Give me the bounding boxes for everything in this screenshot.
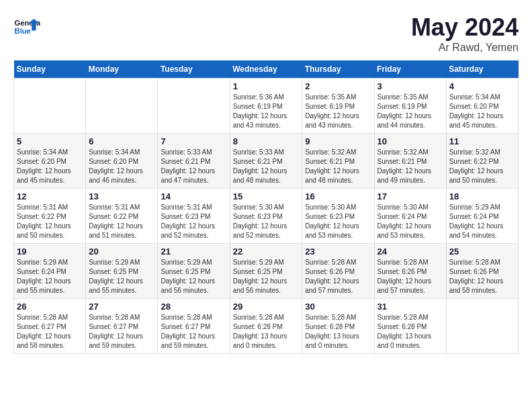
day-number: 26	[17, 302, 83, 312]
calendar-cell: 5Sunrise: 5:34 AM Sunset: 6:20 PM Daylig…	[14, 134, 86, 189]
calendar-cell: 27Sunrise: 5:28 AM Sunset: 6:27 PM Dayli…	[86, 299, 158, 354]
day-number: 10	[378, 136, 443, 146]
calendar-cell: 19Sunrise: 5:29 AM Sunset: 6:24 PM Dayli…	[14, 244, 86, 299]
day-number: 5	[17, 136, 83, 146]
calendar-cell: 11Sunrise: 5:32 AM Sunset: 6:22 PM Dayli…	[446, 134, 518, 189]
week-row-2: 12Sunrise: 5:31 AM Sunset: 6:22 PM Dayli…	[14, 189, 519, 244]
day-info: Sunrise: 5:28 AM Sunset: 6:26 PM Dayligh…	[449, 258, 515, 295]
calendar-cell: 26Sunrise: 5:28 AM Sunset: 6:27 PM Dayli…	[14, 299, 86, 354]
day-number: 27	[89, 302, 154, 312]
day-info: Sunrise: 5:29 AM Sunset: 6:25 PM Dayligh…	[161, 258, 226, 295]
week-row-1: 5Sunrise: 5:34 AM Sunset: 6:20 PM Daylig…	[14, 134, 519, 189]
day-info: Sunrise: 5:33 AM Sunset: 6:21 PM Dayligh…	[161, 148, 226, 185]
month-title: May 2024	[411, 13, 519, 42]
calendar-cell: 7Sunrise: 5:33 AM Sunset: 6:21 PM Daylig…	[158, 134, 230, 189]
day-info: Sunrise: 5:31 AM Sunset: 6:22 PM Dayligh…	[17, 203, 83, 240]
header-saturday: Saturday	[446, 60, 518, 79]
day-info: Sunrise: 5:32 AM Sunset: 6:22 PM Dayligh…	[449, 148, 515, 185]
calendar-cell: 30Sunrise: 5:28 AM Sunset: 6:28 PM Dayli…	[302, 299, 374, 354]
svg-text:Blue: Blue	[15, 27, 31, 35]
calendar-cell	[158, 79, 230, 134]
day-number: 17	[378, 191, 443, 201]
calendar-cell: 24Sunrise: 5:28 AM Sunset: 6:26 PM Dayli…	[374, 244, 446, 299]
calendar-cell: 6Sunrise: 5:34 AM Sunset: 6:20 PM Daylig…	[86, 134, 158, 189]
day-number: 30	[305, 302, 371, 312]
day-number: 25	[449, 246, 515, 257]
calendar-cell: 10Sunrise: 5:32 AM Sunset: 6:21 PM Dayli…	[374, 134, 446, 189]
header-sunday: Sunday	[14, 60, 86, 79]
header-wednesday: Wednesday	[230, 60, 302, 79]
day-number: 2	[305, 81, 371, 91]
day-number: 3	[378, 81, 443, 91]
day-info: Sunrise: 5:32 AM Sunset: 6:21 PM Dayligh…	[378, 148, 443, 185]
day-info: Sunrise: 5:29 AM Sunset: 6:25 PM Dayligh…	[233, 258, 300, 295]
day-number: 24	[378, 246, 443, 257]
day-number: 31	[378, 302, 443, 312]
day-number: 18	[449, 191, 515, 201]
day-number: 15	[233, 191, 300, 201]
day-number: 7	[161, 136, 226, 146]
day-number: 14	[161, 191, 226, 201]
calendar-cell: 18Sunrise: 5:29 AM Sunset: 6:24 PM Dayli…	[446, 189, 518, 244]
header-row: Sunday Monday Tuesday Wednesday Thursday…	[14, 60, 519, 79]
calendar-cell: 20Sunrise: 5:29 AM Sunset: 6:25 PM Dayli…	[86, 244, 158, 299]
day-number: 22	[233, 246, 300, 257]
day-info: Sunrise: 5:32 AM Sunset: 6:21 PM Dayligh…	[305, 148, 371, 185]
day-info: Sunrise: 5:31 AM Sunset: 6:23 PM Dayligh…	[161, 203, 226, 240]
calendar-cell: 16Sunrise: 5:30 AM Sunset: 6:23 PM Dayli…	[302, 189, 374, 244]
day-info: Sunrise: 5:28 AM Sunset: 6:26 PM Dayligh…	[305, 258, 371, 295]
calendar-cell	[14, 79, 86, 134]
calendar-cell: 31Sunrise: 5:28 AM Sunset: 6:28 PM Dayli…	[374, 299, 446, 354]
header-monday: Monday	[86, 60, 158, 79]
calendar-cell: 4Sunrise: 5:34 AM Sunset: 6:20 PM Daylig…	[446, 79, 518, 134]
calendar-cell: 25Sunrise: 5:28 AM Sunset: 6:26 PM Dayli…	[446, 244, 518, 299]
day-number: 29	[233, 302, 300, 312]
calendar-cell: 14Sunrise: 5:31 AM Sunset: 6:23 PM Dayli…	[158, 189, 230, 244]
calendar-cell: 2Sunrise: 5:35 AM Sunset: 6:19 PM Daylig…	[302, 79, 374, 134]
day-number: 4	[449, 81, 515, 91]
week-row-4: 26Sunrise: 5:28 AM Sunset: 6:27 PM Dayli…	[14, 299, 519, 354]
day-number: 21	[161, 246, 226, 257]
calendar-cell: 9Sunrise: 5:32 AM Sunset: 6:21 PM Daylig…	[302, 134, 374, 189]
day-number: 16	[305, 191, 371, 201]
day-info: Sunrise: 5:29 AM Sunset: 6:24 PM Dayligh…	[17, 258, 83, 295]
logo-icon: General Blue	[13, 13, 40, 40]
calendar-cell: 21Sunrise: 5:29 AM Sunset: 6:25 PM Dayli…	[158, 244, 230, 299]
day-number: 13	[89, 191, 154, 201]
day-info: Sunrise: 5:29 AM Sunset: 6:24 PM Dayligh…	[449, 203, 515, 240]
day-info: Sunrise: 5:28 AM Sunset: 6:26 PM Dayligh…	[378, 258, 443, 295]
calendar-cell: 3Sunrise: 5:35 AM Sunset: 6:19 PM Daylig…	[374, 79, 446, 134]
day-info: Sunrise: 5:34 AM Sunset: 6:20 PM Dayligh…	[89, 148, 154, 185]
header-friday: Friday	[374, 60, 446, 79]
day-info: Sunrise: 5:28 AM Sunset: 6:27 PM Dayligh…	[17, 313, 83, 351]
logo: General Blue	[13, 13, 43, 40]
day-info: Sunrise: 5:29 AM Sunset: 6:25 PM Dayligh…	[89, 258, 154, 295]
day-info: Sunrise: 5:35 AM Sunset: 6:19 PM Dayligh…	[305, 93, 371, 130]
calendar-cell	[86, 79, 158, 134]
calendar-cell: 17Sunrise: 5:30 AM Sunset: 6:24 PM Dayli…	[374, 189, 446, 244]
calendar-cell: 8Sunrise: 5:33 AM Sunset: 6:21 PM Daylig…	[230, 134, 302, 189]
header-tuesday: Tuesday	[158, 60, 230, 79]
day-info: Sunrise: 5:30 AM Sunset: 6:23 PM Dayligh…	[305, 203, 371, 240]
day-number: 20	[89, 246, 154, 257]
day-info: Sunrise: 5:28 AM Sunset: 6:28 PM Dayligh…	[305, 313, 371, 351]
calendar-cell: 12Sunrise: 5:31 AM Sunset: 6:22 PM Dayli…	[14, 189, 86, 244]
location: Ar Rawd, Yemen	[411, 42, 519, 54]
day-info: Sunrise: 5:28 AM Sunset: 6:28 PM Dayligh…	[233, 313, 300, 351]
day-number: 12	[17, 191, 83, 201]
day-number: 9	[305, 136, 371, 146]
day-info: Sunrise: 5:28 AM Sunset: 6:27 PM Dayligh…	[89, 313, 154, 351]
page-header: General Blue May 2024 Ar Rawd, Yemen	[13, 13, 519, 54]
day-info: Sunrise: 5:36 AM Sunset: 6:19 PM Dayligh…	[233, 93, 300, 130]
day-number: 8	[233, 136, 300, 146]
header-thursday: Thursday	[302, 60, 374, 79]
calendar-table: Sunday Monday Tuesday Wednesday Thursday…	[13, 60, 519, 354]
day-info: Sunrise: 5:31 AM Sunset: 6:22 PM Dayligh…	[89, 203, 154, 240]
day-number: 28	[161, 302, 226, 312]
calendar-cell: 22Sunrise: 5:29 AM Sunset: 6:25 PM Dayli…	[230, 244, 302, 299]
calendar-cell: 15Sunrise: 5:30 AM Sunset: 6:23 PM Dayli…	[230, 189, 302, 244]
day-number: 1	[233, 81, 300, 91]
calendar-cell	[446, 299, 518, 354]
day-info: Sunrise: 5:30 AM Sunset: 6:24 PM Dayligh…	[378, 203, 443, 240]
day-info: Sunrise: 5:35 AM Sunset: 6:19 PM Dayligh…	[378, 93, 443, 130]
